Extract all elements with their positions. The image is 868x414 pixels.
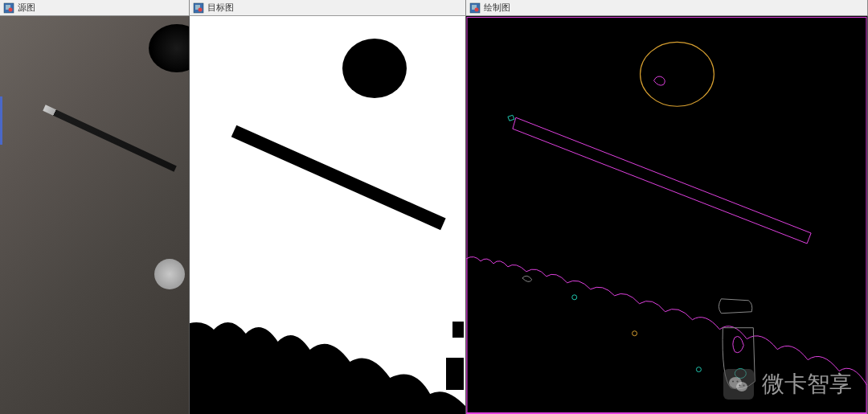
pencil-object (43, 105, 177, 171)
svg-point-11 (732, 380, 734, 382)
contour-speck-1 (572, 295, 577, 300)
title-label: 目标图 (207, 2, 234, 14)
titlebar-source[interactable]: 源图 (0, 0, 190, 16)
source-image-panel: 源图 (0, 0, 190, 414)
contour-blob-1 (719, 299, 751, 314)
app-icon (469, 2, 481, 14)
binary-pencil (231, 125, 446, 231)
contour-image-panel: 绘制图 (466, 0, 868, 414)
left-highlight (0, 96, 2, 145)
watermark: 微卡智享 (723, 369, 852, 400)
window-container: 源图 目标图 (0, 0, 868, 414)
lens-cap-object (149, 24, 190, 72)
contour-speck-2 (633, 331, 637, 336)
title-label: 源图 (18, 2, 35, 14)
contour-oval (641, 42, 714, 106)
titlebar-contour[interactable]: 绘制图 (466, 0, 868, 16)
binary-edge-blob-1 (446, 358, 464, 390)
app-icon (3, 2, 14, 14)
wechat-icon (723, 369, 754, 400)
binary-edge-blob-2 (452, 322, 464, 338)
binary-oval (342, 39, 407, 98)
contour-image-content (466, 16, 868, 414)
svg-point-5 (199, 7, 203, 11)
svg-point-13 (739, 385, 741, 387)
source-image-content (0, 16, 190, 414)
binary-noise-region (190, 237, 465, 414)
coin-object (154, 259, 185, 289)
contour-border (467, 17, 866, 412)
contour-speck-4 (522, 276, 532, 281)
svg-point-10 (736, 382, 747, 391)
target-image-panel: 目标图 (190, 0, 466, 414)
titlebar-target[interactable]: 目标图 (190, 0, 466, 16)
svg-point-14 (743, 385, 745, 387)
contour-pencil-tip (508, 115, 514, 121)
title-label: 绘制图 (484, 2, 510, 14)
watermark-text: 微卡智享 (762, 369, 852, 400)
contour-pencil (513, 117, 811, 244)
svg-point-8 (475, 7, 479, 11)
svg-point-2 (9, 7, 13, 11)
svg-point-12 (736, 380, 738, 382)
contour-oval-inner (654, 76, 665, 85)
contour-blob-2-inner-1 (733, 336, 743, 352)
target-image-content (190, 16, 466, 414)
app-icon (193, 2, 204, 14)
contour-speck-3 (696, 367, 701, 372)
